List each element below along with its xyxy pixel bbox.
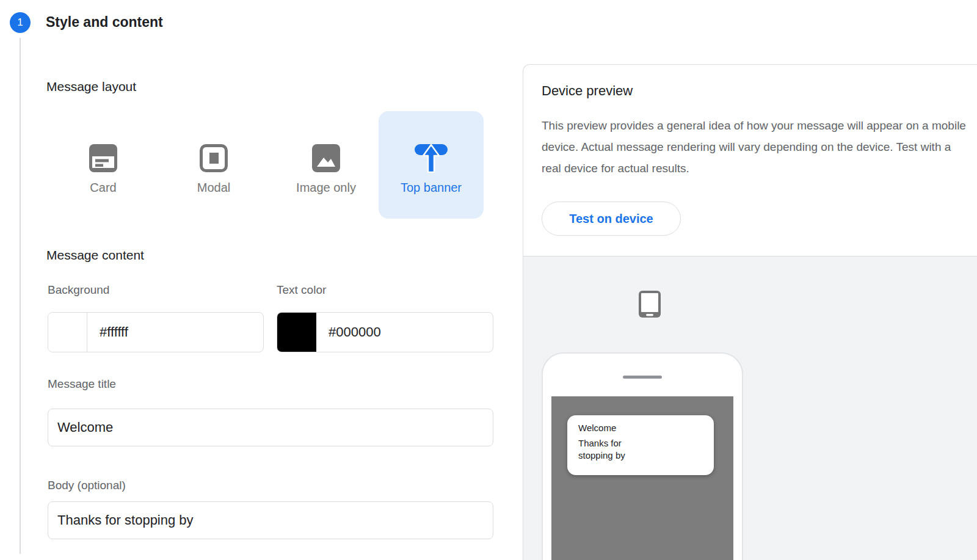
card-layout-icon bbox=[89, 144, 118, 173]
background-label: Background bbox=[48, 283, 109, 297]
device-preview-header: Device preview This preview provides a g… bbox=[523, 65, 977, 256]
body-label: Body (optional) bbox=[48, 479, 126, 492]
text-color-label: Text color bbox=[277, 283, 326, 297]
message-title-label: Message title bbox=[48, 377, 116, 391]
modal-layout-icon bbox=[199, 144, 228, 173]
text-color-swatch[interactable] bbox=[277, 313, 316, 352]
test-on-device-button[interactable]: Test on device bbox=[542, 202, 681, 236]
preview-banner-title: Welcome bbox=[578, 423, 714, 433]
phone-screen: Welcome Thanks for stopping by bbox=[551, 396, 733, 560]
message-title-input[interactable] bbox=[48, 409, 493, 446]
background-color-field bbox=[48, 312, 264, 352]
phone-speaker-bar bbox=[623, 376, 662, 379]
tablet-icon bbox=[638, 290, 661, 321]
message-content-heading: Message content bbox=[46, 248, 144, 263]
tablet-toggle-button[interactable] bbox=[614, 285, 686, 325]
page-title: Style and content bbox=[46, 14, 163, 31]
preview-banner: Welcome Thanks for stopping by bbox=[567, 415, 714, 475]
body-input[interactable] bbox=[48, 501, 493, 539]
layout-option-label: Card bbox=[90, 181, 116, 195]
step-number-badge: 1 bbox=[10, 12, 31, 33]
device-preview-title: Device preview bbox=[542, 83, 633, 99]
layout-option-label: Image only bbox=[296, 181, 356, 195]
phone-mockup: Welcome Thanks for stopping by bbox=[542, 352, 743, 560]
background-color-swatch[interactable] bbox=[48, 313, 87, 352]
top-banner-layout-icon bbox=[414, 144, 448, 173]
message-layout-heading: Message layout bbox=[46, 79, 136, 94]
stepper-connector-line bbox=[20, 38, 21, 554]
background-color-input[interactable] bbox=[87, 313, 264, 352]
device-preview-area: Welcome Thanks for stopping by bbox=[523, 256, 977, 560]
layout-option-label: Top banner bbox=[401, 181, 462, 195]
image-only-layout-icon bbox=[311, 144, 341, 173]
style-and-content-page: 1 Style and content Message layout Card … bbox=[0, 0, 977, 560]
layout-option-label: Modal bbox=[197, 181, 230, 195]
layout-option-card[interactable]: Card bbox=[51, 111, 156, 219]
layout-option-top-banner[interactable]: Top banner bbox=[379, 111, 484, 219]
text-color-input[interactable] bbox=[316, 313, 493, 352]
device-preview-description: This preview provides a general idea of … bbox=[542, 115, 969, 179]
device-preview-panel: Device preview This preview provides a g… bbox=[523, 64, 977, 560]
text-color-field bbox=[277, 312, 493, 352]
layout-option-image-only[interactable]: Image only bbox=[274, 111, 379, 219]
preview-banner-body: Thanks for stopping by bbox=[578, 437, 655, 462]
layout-option-modal[interactable]: Modal bbox=[161, 111, 266, 219]
